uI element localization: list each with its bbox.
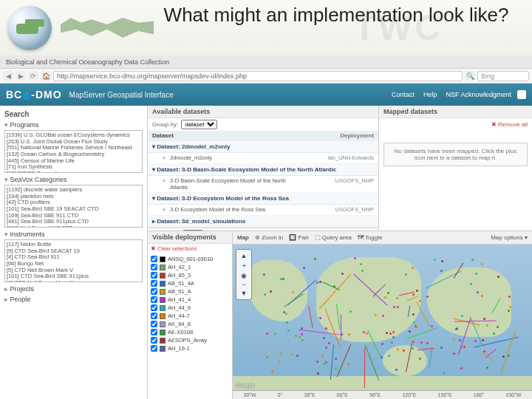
- map-south-icon[interactable]: ▼: [238, 289, 250, 298]
- list-item[interactable]: [66] Bongo Net: [7, 261, 140, 267]
- map-zoom-control[interactable]: ▲ ＋ ◉ − ▼: [236, 249, 252, 300]
- app-header: BC🌐-DMO MapServer Geospatial Interface C…: [0, 83, 532, 106]
- groupby-select[interactable]: dataset: [181, 120, 217, 129]
- dataset-group[interactable]: Dataset: 2dmodel_m2only: [148, 141, 378, 153]
- list-item[interactable]: [101] Sea-Bird SBE 19 SEACAT CTD: [7, 206, 140, 213]
- list-item[interactable]: [551] National Marine Fisheries Service …: [7, 145, 140, 151]
- url-input[interactable]: http://mapservice.bco-dmo.org/mapserver/…: [53, 71, 463, 81]
- deployment-checkbox[interactable]: [151, 304, 157, 311]
- reload-button[interactable]: ⟳: [28, 71, 38, 81]
- deployment-checkbox[interactable]: [151, 288, 157, 295]
- home-button[interactable]: 🏠: [41, 71, 51, 81]
- add-icon[interactable]: ＋: [161, 177, 167, 191]
- list-item[interactable]: [104] plankton nets: [7, 194, 140, 200]
- link-help[interactable]: Help: [423, 91, 437, 98]
- category-people[interactable]: People: [4, 296, 143, 303]
- col-deployment[interactable]: Deployment: [300, 132, 374, 139]
- list-item[interactable]: [445] Census of Marine Life: [7, 158, 140, 165]
- lon-label: 180°: [474, 392, 484, 398]
- deployment-item[interactable]: AH_42_1: [151, 263, 229, 271]
- dataset-group[interactable]: Dataset: 3d_model_simulations: [148, 216, 378, 228]
- listbox[interactable]: [1536] U.S. GLOBal ocean ECosystems dyna…: [4, 130, 143, 173]
- list-item[interactable]: [1192] discrete water samplers: [7, 187, 140, 194]
- deployment-item[interactable]: AH_44-7: [151, 312, 229, 320]
- map-options-button[interactable]: Map options ▾: [491, 234, 528, 241]
- deployment-checkbox[interactable]: [151, 296, 157, 303]
- collapse-icon[interactable]: [517, 90, 526, 99]
- deployment-item[interactable]: AB_51_A: [151, 287, 229, 296]
- map-zoom-plus-icon[interactable]: ＋: [238, 260, 250, 271]
- deployment-item[interactable]: AH_44_6: [151, 304, 229, 312]
- deployment-item[interactable]: AK_84_8: [151, 320, 229, 328]
- deployment-checkbox[interactable]: [151, 345, 157, 352]
- category-instruments[interactable]: Instruments: [4, 231, 143, 238]
- list-item[interactable]: [101] CTD Sea-Bird SBE 911plus: [7, 273, 140, 280]
- pager-page-input[interactable]: [183, 230, 203, 231]
- deployment-checkbox[interactable]: [151, 256, 157, 262]
- available-datasets-panel: Available datasets Group by: dataset Dat…: [148, 106, 379, 231]
- dataset-group[interactable]: Dataset: 3-D Ecosystem Model of the Ross…: [148, 193, 378, 205]
- pager: ⏮ ◀ Page of 1432 ▶ ⏭ 5671 - 5784 of 5784: [148, 228, 378, 231]
- deployment-checkbox[interactable]: [151, 337, 157, 344]
- list-item[interactable]: [132] Ocean Carbon & Biogeochemistry: [7, 151, 140, 158]
- map-panel: Map ⊕ Zoom in 🔲 Pan ⬚ Query area 🗺 Toggl…: [233, 231, 532, 399]
- map-center-icon[interactable]: ◉: [238, 271, 250, 280]
- list-item[interactable]: [203] U.S. Joint Global Ocean Flux Study: [7, 139, 140, 146]
- back-button[interactable]: ◀: [3, 71, 13, 81]
- deployment-item[interactable]: AESOPS_Array: [151, 336, 229, 344]
- map-canvas[interactable]: ▲ ＋ ◉ − ▼ 30°W0°30°E60°E90°E120°E150°E18…: [233, 245, 532, 399]
- deployment-item[interactable]: ANSQ_001-03010: [151, 255, 229, 263]
- lon-label: 30°W: [244, 392, 256, 398]
- deployment-checkbox[interactable]: [151, 272, 157, 279]
- map-north-icon[interactable]: ▲: [238, 251, 250, 260]
- list-item[interactable]: [481] Sea-Bird SBE 911plus CTD: [7, 219, 140, 225]
- deployment-checkbox[interactable]: [151, 313, 157, 319]
- deployment-checkbox[interactable]: [151, 321, 157, 327]
- deployment-item[interactable]: AH_85_3: [151, 271, 229, 279]
- zoom-in-button[interactable]: ⊕ Zoom in: [255, 234, 283, 241]
- list-item[interactable]: [9] CTD Neil Brown Mark III: [7, 280, 140, 282]
- browser-search-input[interactable]: Bing: [477, 71, 529, 81]
- search-icon[interactable]: 🔍: [465, 71, 475, 81]
- list-item[interactable]: [42] CTD profilers: [7, 200, 140, 206]
- category-projects[interactable]: Projects: [4, 285, 143, 293]
- pan-button[interactable]: 🔲 Pan: [289, 234, 308, 241]
- deployment-checkbox[interactable]: [151, 280, 157, 287]
- deployment-checkbox[interactable]: [151, 264, 157, 270]
- dataset-row[interactable]: ＋3-D Basin-Scale Ecosystem Model of the …: [148, 176, 378, 193]
- forward-button[interactable]: ▶: [16, 71, 26, 81]
- add-icon[interactable]: ＋: [161, 154, 167, 162]
- list-item[interactable]: [13] RIDGE Consortium: [7, 171, 140, 173]
- list-item[interactable]: [4] CTD Sea-Bird 911: [7, 254, 140, 261]
- category-programs[interactable]: Programs: [4, 121, 143, 129]
- toggle-button[interactable]: 🗺 Toggle: [358, 234, 383, 241]
- search-header: Search: [4, 110, 143, 118]
- deployment-item[interactable]: AH_41_4: [151, 296, 229, 304]
- listbox[interactable]: [117] Niskin Bottle[9] CTD Sea-Bird SEAC…: [4, 239, 143, 282]
- clear-selections-button[interactable]: ✖ Clear selections: [148, 244, 232, 253]
- browser-tab[interactable]: Biological and Chemical Oceanography Dat…: [0, 55, 532, 69]
- link-nsf[interactable]: NSF Acknowledgment: [446, 91, 511, 98]
- list-item[interactable]: [1536] U.S. GLOBal ocean ECosystems dyna…: [7, 132, 140, 139]
- deployment-item[interactable]: AB_51_4A: [151, 279, 229, 287]
- list-item[interactable]: [5] CTD Neil Brown Mark V: [7, 267, 140, 274]
- map-zoom-minus-icon[interactable]: −: [238, 280, 250, 289]
- col-dataset[interactable]: Dataset: [152, 132, 300, 139]
- dataset-row[interactable]: ＋3-D Ecosystem Model of the Ross SeaUSGO…: [148, 205, 378, 216]
- list-item[interactable]: [169] Sea-Bird SBE 911 CTD: [7, 213, 140, 219]
- list-item[interactable]: [308] Neil Brown MK3 CTD: [7, 225, 140, 228]
- deployment-checkbox[interactable]: [151, 329, 157, 335]
- deployment-item[interactable]: AH_19-1: [151, 344, 229, 352]
- listbox[interactable]: [1192] discrete water samplers[104] plan…: [4, 185, 143, 228]
- deployment-item[interactable]: AE-X0108: [151, 328, 229, 336]
- add-icon[interactable]: ＋: [161, 206, 167, 214]
- dataset-group[interactable]: Dataset: 3-D Basin-Scale Ecosystem Model…: [148, 164, 378, 176]
- list-item[interactable]: [9] CTD Sea-Bird SEACAT 19: [7, 248, 140, 255]
- dataset-row[interactable]: ＋2dmodel_m2onlylab_UNH-Edwards: [148, 153, 378, 164]
- list-item[interactable]: [71] Iron Synthesis: [7, 164, 140, 171]
- link-contact[interactable]: Contact: [392, 91, 415, 98]
- query-area-button[interactable]: ⬚ Query area: [315, 234, 352, 241]
- list-item[interactable]: [117] Niskin Bottle: [7, 242, 140, 248]
- remove-all-button[interactable]: ✖ Remove all: [383, 121, 528, 128]
- category-seavox-categories[interactable]: SeaVox Categories: [4, 176, 143, 183]
